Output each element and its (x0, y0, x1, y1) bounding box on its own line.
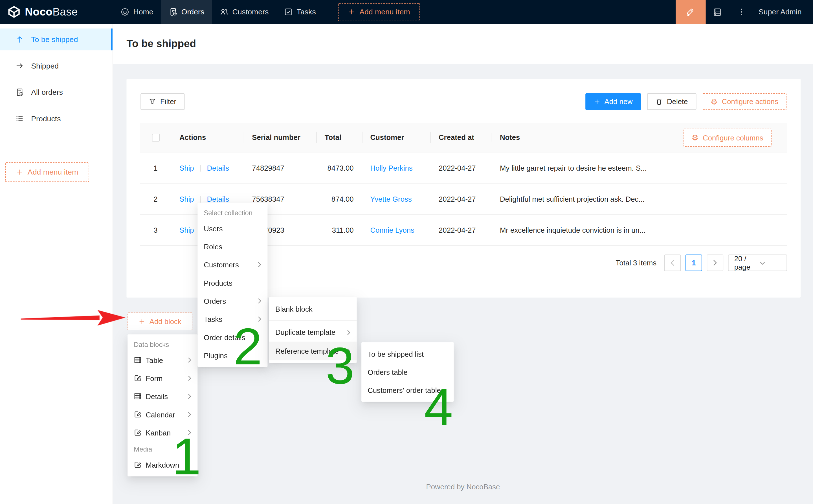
menu-item-customers-order-table[interactable]: Customers' order table (361, 381, 454, 399)
divider (200, 196, 201, 203)
ship-link[interactable]: Ship (179, 195, 194, 203)
customer-link[interactable]: Holly Perkins (370, 164, 412, 172)
chevron-right-icon (188, 411, 191, 417)
menu-item-blank-block[interactable]: Blank block (269, 300, 357, 318)
more-options-button[interactable] (729, 0, 753, 24)
details-link[interactable]: Details (207, 164, 229, 172)
menu-item-kanban[interactable]: Kanban (128, 424, 197, 442)
chevron-right-icon (188, 375, 191, 381)
sidebar-item-to-be-shipped[interactable]: To be shipped (0, 28, 113, 50)
ui-editor-button[interactable] (676, 0, 706, 24)
pagination-total: Total 3 items (616, 259, 656, 267)
delete-button[interactable]: Delete (647, 93, 696, 110)
plus-icon (348, 8, 355, 16)
page-title: To be shipped (126, 38, 196, 50)
menu-item-label: Details (146, 392, 184, 400)
pagination-prev-button[interactable] (664, 255, 681, 271)
menu-item-details[interactable]: Details (128, 387, 197, 405)
menu-item-roles[interactable]: Roles (197, 237, 267, 256)
navbar-right-cluster: Super Admin (676, 0, 813, 24)
nav-item-orders[interactable]: Orders (161, 0, 212, 24)
menu-item-users[interactable]: Users (197, 219, 267, 237)
funnel-icon (149, 98, 156, 105)
chevron-down-icon (760, 261, 781, 265)
collections-manager-button[interactable] (706, 0, 730, 24)
cell-created-at: 2022-04-27 (430, 164, 492, 172)
menu-item-plugins[interactable]: Plugins (197, 346, 267, 364)
menu-item-orders[interactable]: Orders (197, 292, 267, 310)
sidebar-item-label: Shipped (31, 62, 59, 70)
table-toolbar: Filter Add new Delete ⚙ Configure action… (140, 93, 786, 110)
sidebar-add-menu-item-button[interactable]: Add menu item (5, 162, 89, 182)
menu-item-orders-table[interactable]: Orders table (361, 363, 454, 381)
customer-link[interactable]: Yvette Gross (370, 195, 412, 203)
user-name: Super Admin (759, 8, 802, 16)
cell-notes: Delightful met sufficient projection ask… (492, 195, 787, 203)
nav-item-customers[interactable]: Customers (212, 0, 276, 24)
page-size-select[interactable]: 20 / page (728, 255, 787, 271)
menu-item-label: Form (146, 374, 184, 382)
ship-link[interactable]: Ship (179, 164, 194, 172)
sidebar-item-all-orders[interactable]: All orders (0, 82, 113, 103)
menu-item-tasks[interactable]: Tasks (197, 310, 267, 328)
menu-item-calendar[interactable]: Calendar (128, 405, 197, 423)
filter-button[interactable]: Filter (140, 93, 184, 110)
configure-actions-button[interactable]: ⚙ Configure actions (702, 93, 787, 110)
add-menu-item-label: Add menu item (28, 168, 78, 176)
chevron-right-icon (258, 298, 262, 304)
configure-actions-label: Configure actions (722, 98, 778, 106)
column-header-actions: Actions (171, 133, 244, 141)
row-index: 1 (140, 164, 171, 172)
page-size-value: 20 / page (734, 255, 755, 271)
select-collection-menu: Select collection Users Roles Customers … (197, 203, 267, 367)
configure-columns-button[interactable]: ⚙ Configure columns (683, 129, 772, 147)
menu-item-form[interactable]: Form (128, 369, 197, 387)
menu-item-customers[interactable]: Customers (197, 256, 267, 274)
customer-link[interactable]: Connie Lyons (370, 226, 414, 234)
menu-group-media: Media (128, 442, 197, 456)
ship-link[interactable]: Ship (179, 226, 194, 234)
table-header-row: Actions Serial number Total Customer Cre… (140, 123, 787, 153)
nav-item-tasks[interactable]: Tasks (276, 0, 324, 24)
row-index: 3 (140, 226, 171, 234)
block-template-menu: Blank block Duplicate template Reference… (269, 297, 357, 363)
column-header-customer: Customer (362, 133, 430, 141)
add-block-button[interactable]: Add block (128, 312, 192, 330)
menu-item-to-be-shipped-list[interactable]: To be shipped list (361, 345, 454, 363)
table-row: 1 ShipDetails 74829847 8473.00 Holly Per… (140, 152, 787, 183)
nocobase-logo[interactable]: NocoBase (0, 0, 113, 24)
add-new-button[interactable]: Add new (585, 93, 641, 110)
app-window: NocoBase Home Orders Customers Tasks Add… (0, 0, 813, 504)
menu-item-label: To be shipped list (368, 350, 447, 358)
details-link[interactable]: Details (207, 195, 229, 203)
logo-text: NocoBase (25, 6, 78, 18)
menu-item-markdown[interactable]: Markdown (128, 456, 197, 474)
menu-item-label: Blank block (275, 305, 351, 313)
menu-item-label: Table (146, 356, 184, 364)
navbar-add-menu-item-button[interactable]: Add menu item (338, 3, 420, 21)
form-icon (134, 429, 142, 437)
sidebar-item-products[interactable]: Products (0, 108, 113, 129)
sidebar-item-shipped[interactable]: Shipped (0, 55, 113, 77)
ellipsis-vertical-icon (737, 8, 746, 16)
pagination-page-1[interactable]: 1 (685, 255, 702, 271)
chevron-right-icon (188, 430, 191, 435)
menu-group-select-collection: Select collection (197, 205, 267, 219)
pagination-next-button[interactable] (707, 255, 723, 271)
menu-item-reference-template[interactable]: Reference template (269, 342, 357, 360)
menu-item-duplicate-template[interactable]: Duplicate template (269, 323, 357, 342)
delete-label: Delete (667, 98, 688, 106)
select-all-checkbox[interactable] (152, 133, 160, 141)
menu-item-table[interactable]: Table (128, 351, 197, 369)
user-menu[interactable]: Super Admin (753, 0, 813, 24)
menu-item-label: Calendar (146, 410, 184, 419)
row-index: 2 (140, 195, 171, 203)
nav-item-label: Customers (232, 8, 269, 16)
menu-item-label: Markdown (146, 461, 192, 469)
column-header-created-at: Created at (430, 133, 492, 141)
menu-item-label: Plugins (204, 351, 261, 359)
menu-item-label: Users (204, 224, 261, 232)
menu-item-products[interactable]: Products (197, 274, 267, 292)
menu-item-order-details[interactable]: Order details (197, 328, 267, 346)
nav-item-home[interactable]: Home (113, 0, 161, 24)
